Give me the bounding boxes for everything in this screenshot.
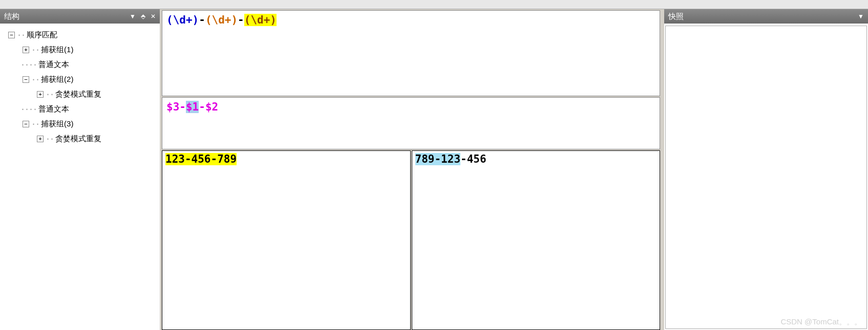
regex-group-1: (\d+) (166, 14, 199, 26)
expand-icon[interactable]: + (23, 47, 29, 53)
dropdown-icon[interactable]: ▼ (130, 13, 136, 20)
regex-group-2: (\d+) (205, 14, 238, 26)
expand-icon[interactable]: + (37, 91, 44, 98)
replace-dash: - (179, 101, 186, 113)
structure-panel: 结构 ▼ ⬘ ✕ − ·· 顺序匹配 + ·· 捕获组(1) ···· 普通文本 (0, 9, 160, 330)
regex-dash: - (199, 14, 205, 26)
replace-ref-3: $3 (166, 101, 179, 113)
pin-icon[interactable]: ⬘ (141, 13, 145, 20)
tree-node-group2[interactable]: − ·· 捕获组(2) (2, 72, 158, 87)
tree-label: 捕获组(1) (39, 45, 75, 55)
expand-icon[interactable]: + (37, 136, 44, 142)
tree-node-text2[interactable]: ···· 普通文本 (2, 102, 158, 117)
structure-panel-title: 结构 (4, 12, 19, 21)
tree-label: 普通文本 (37, 59, 71, 70)
snapshot-panel-header: 快照 ▼ (664, 9, 868, 24)
tree-node-group3[interactable]: − ·· 捕获组(3) (2, 117, 158, 131)
collapse-icon[interactable]: − (23, 121, 29, 127)
tree-node-group1[interactable]: + ·· 捕获组(1) (2, 42, 158, 57)
top-bar (0, 0, 868, 9)
replace-ref-1: $1 (186, 101, 199, 113)
tree-node-greedy1[interactable]: + ·· 贪婪模式重复 (2, 87, 158, 102)
input-match: 123-456-789 (165, 153, 237, 165)
snapshot-content[interactable] (665, 26, 867, 329)
dropdown-icon[interactable]: ▼ (858, 13, 864, 20)
tree-node-greedy2[interactable]: + ·· 贪婪模式重复 (2, 131, 158, 146)
output-part-2: 123 (441, 153, 460, 165)
tree-label: 顺序匹配 (25, 30, 59, 40)
output-dash: - (434, 153, 441, 165)
output-part-3: 456 (467, 153, 486, 165)
tree-view[interactable]: − ·· 顺序匹配 + ·· 捕获组(1) ···· 普通文本 − ·· 捕获组… (0, 24, 160, 330)
main-layout: 结构 ▼ ⬘ ✕ − ·· 顺序匹配 + ·· 捕获组(1) ···· 普通文本 (0, 9, 868, 330)
tree-node-root[interactable]: − ·· 顺序匹配 (2, 28, 158, 42)
replace-dash: - (199, 101, 205, 113)
snapshot-panel: 快照 ▼ (664, 9, 868, 330)
tree-label: 普通文本 (37, 104, 71, 115)
tree-label: 贪婪模式重复 (54, 89, 103, 100)
center-panel: (\d+)-(\d+)-(\d+) $3-$1-$2 123-456-789 7… (160, 9, 662, 330)
tree-node-text1[interactable]: ···· 普通文本 (2, 57, 158, 72)
replace-ref-2: $2 (205, 101, 218, 113)
structure-panel-header: 结构 ▼ ⬘ ✕ (0, 9, 160, 24)
panel-header-controls: ▼ (858, 13, 864, 20)
panel-header-controls: ▼ ⬘ ✕ (130, 13, 156, 20)
tree-label: 捕获组(2) (39, 74, 75, 85)
input-text-pane[interactable]: 123-456-789 (162, 150, 411, 330)
regex-dash: - (238, 14, 244, 26)
collapse-icon[interactable]: − (23, 76, 29, 83)
close-icon[interactable]: ✕ (151, 13, 156, 20)
replace-input[interactable]: $3-$1-$2 (162, 97, 660, 149)
tree-label: 贪婪模式重复 (54, 134, 103, 144)
snapshot-panel-title: 快照 (668, 12, 684, 21)
result-row: 123-456-789 789-123-456 (162, 150, 660, 330)
tree-label: 捕获组(3) (39, 119, 75, 129)
collapse-icon[interactable]: − (8, 32, 15, 38)
output-text-pane[interactable]: 789-123-456 (412, 150, 661, 330)
regex-input[interactable]: (\d+)-(\d+)-(\d+) (162, 10, 660, 96)
regex-group-3: (\d+) (244, 14, 277, 26)
output-part-1: 789 (415, 153, 435, 165)
watermark: CSDN @TomCat。。。 (780, 317, 862, 327)
output-dash: - (460, 153, 467, 165)
